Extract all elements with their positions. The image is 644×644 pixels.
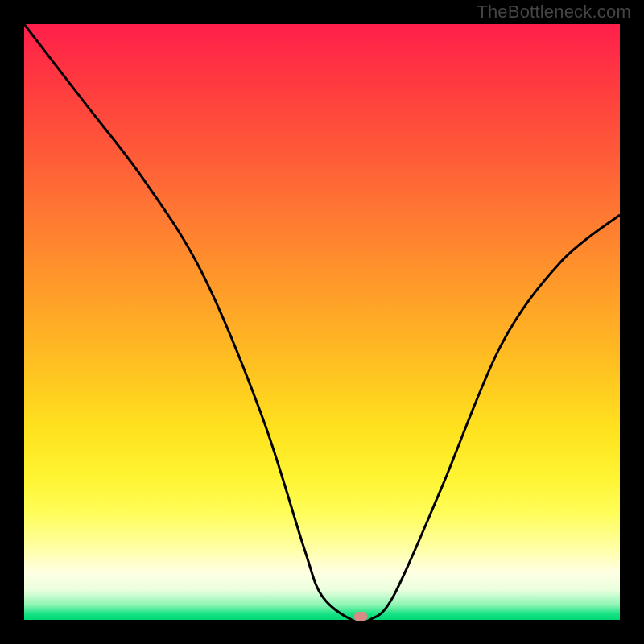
highlight-marker xyxy=(354,612,367,621)
watermark-text: TheBottleneck.com xyxy=(477,2,631,23)
plot-area xyxy=(24,24,620,620)
chart-frame: TheBottleneck.com xyxy=(0,0,644,644)
curve-path xyxy=(24,24,620,620)
bottleneck-curve xyxy=(24,24,620,620)
